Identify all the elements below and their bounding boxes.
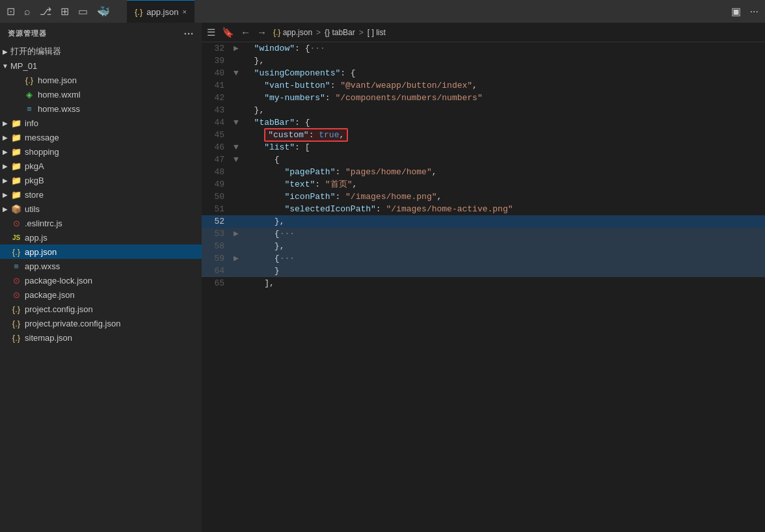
project-chevron: ▼ [0,62,10,70]
folder-utils[interactable]: ▶ 📦 utils [0,202,202,216]
sidebar-title: 资源管理器 [8,29,46,38]
open-editors-section[interactable]: ▶ 打开的编辑器 [0,44,202,59]
expand-btn[interactable]: ▼ [231,67,241,79]
folder-info[interactable]: ▶ 📁 info [0,116,202,130]
file-label: app.json [25,247,57,257]
line-number: 53 [202,228,231,240]
code-line-43: 43 }, [202,104,765,116]
file-package-json[interactable]: ⊙ package.json [0,287,202,302]
code-line-47: 47 ▼ { [202,153,765,166]
breadcrumb-tabbar[interactable]: {} tabBar [325,28,355,37]
file-home-wxml[interactable]: ◈ home.wxml [0,87,202,101]
folder-label: shopping [25,147,59,157]
folder-chevron: ▶ [0,206,10,213]
file-label: .eslintrc.js [25,219,62,228]
npm-icon: ⊙ [10,290,22,300]
folder-label: pkgA [25,161,44,171]
code-editor[interactable]: 32 ▶ "window": {··· 39 }, 40 ▼ [202,42,765,532]
source-control-icon[interactable]: ⎇ [40,5,51,18]
eslint-icon: ⊙ [10,219,22,228]
json-icon: {.} [23,75,35,85]
titlebar-right-icons: ▣ ··· [731,5,758,18]
expand-btn[interactable]: ▶ [231,228,241,240]
breadcrumb-list[interactable]: [ ] list [368,28,386,37]
code-line-53: 53 ▶ {··· [202,228,765,240]
menu-icon[interactable]: ☰ [207,27,215,38]
file-app-json[interactable]: {.} app.json [0,245,202,259]
line-number: 45 [202,129,231,141]
tab-file-icon: {.} [135,7,142,17]
back-icon[interactable]: ← [241,27,250,38]
folder-chevron: ▶ [0,177,10,184]
line-content: {··· [241,252,765,265]
file-project-config[interactable]: {.} project.config.json [0,302,202,316]
docker-icon[interactable]: 🐳 [97,5,110,18]
file-package-lock[interactable]: ⊙ package-lock.json [0,273,202,287]
bookmark-icon[interactable]: 🔖 [222,27,234,38]
titlebar-left-icons: ⊡ ⌕ ⎇ ⊞ ▭ 🐳 [7,5,110,18]
tab-close-icon[interactable]: × [182,8,186,16]
forward-icon[interactable]: → [257,27,267,38]
expand-btn [231,166,241,178]
copy-icon[interactable]: ⊡ [7,5,15,18]
js-icon: JS [10,234,22,241]
npm-icon: ⊙ [10,276,22,286]
expand-btn[interactable]: ▶ [231,252,241,265]
code-line-58: 58 }, [202,240,765,252]
breadcrumb-file[interactable]: {.} app.json [273,28,312,37]
expand-btn [231,104,241,116]
layout-icon[interactable]: ▭ [78,5,88,18]
extensions-icon[interactable]: ⊞ [60,5,69,18]
file-label: project.config.json [25,304,93,314]
line-number: 46 [202,141,231,153]
code-line-48: 48 "pagePath": "pages/home/home", [202,166,765,178]
file-sitemap-json[interactable]: {.} sitemap.json [0,330,202,345]
code-line-39: 39 }, [202,55,765,67]
file-home-json[interactable]: {.} home.json [0,73,202,87]
expand-btn[interactable]: ▼ [231,153,241,166]
file-project-private-config[interactable]: {.} project.private.config.json [0,316,202,330]
line-content: "my-numbers": "/components/numbers/numbe… [241,92,765,104]
code-line-45: 45 "custom": true, [202,129,765,141]
more-actions-icon[interactable]: ··· [750,6,758,18]
line-content: }, [241,55,765,67]
folder-label: store [25,190,44,200]
code-line-50: 50 "iconPath": "/images/home.png", [202,191,765,203]
line-number: 44 [202,116,231,129]
panel-toggle-icon[interactable]: ▣ [731,5,741,18]
file-eslintrc[interactable]: ⊙ .eslintrc.js [0,216,202,230]
project-root[interactable]: ▼ MP_01 [0,59,202,73]
folder-shopping[interactable]: ▶ 📁 shopping [0,144,202,159]
line-number: 47 [202,153,231,166]
file-home-wxss[interactable]: ≡ home.wxss [0,101,202,116]
expand-btn[interactable]: ▼ [231,116,241,129]
file-app-js[interactable]: JS app.js [0,230,202,245]
line-number: 51 [202,203,231,215]
folder-message[interactable]: ▶ 📁 message [0,130,202,144]
line-content: { [241,153,765,166]
sidebar-header-actions: ··· [184,28,194,39]
expand-btn[interactable]: ▶ [231,42,241,55]
line-content: {··· [241,228,765,240]
search-icon[interactable]: ⌕ [24,6,31,18]
line-content: "usingComponents": { [241,67,765,79]
line-number: 50 [202,191,231,203]
breadcrumb: {.} app.json > {} tabBar > [ ] list [273,23,760,42]
folder-icon: 📁 [10,147,22,157]
folder-store[interactable]: ▶ 📁 store [0,187,202,202]
folder-pkgA[interactable]: ▶ 📁 pkgA [0,159,202,173]
line-number: 52 [202,215,231,228]
line-content: "tabBar": { [241,116,765,129]
folder-label: utils [25,204,40,214]
folder-chevron: ▶ [0,191,10,198]
expand-btn[interactable]: ▼ [231,141,241,153]
wxml-icon: ◈ [23,90,35,100]
line-number: 49 [202,178,231,191]
json-icon: {.} [10,304,22,314]
folder-pkgB[interactable]: ▶ 📁 pkgB [0,173,202,187]
sidebar-more-icon[interactable]: ··· [184,28,194,39]
line-number: 32 [202,42,231,55]
expand-btn [231,92,241,104]
file-app-wxss[interactable]: ≡ app.wxss [0,259,202,273]
tab-app-json[interactable]: {.} app.json × [127,0,195,23]
